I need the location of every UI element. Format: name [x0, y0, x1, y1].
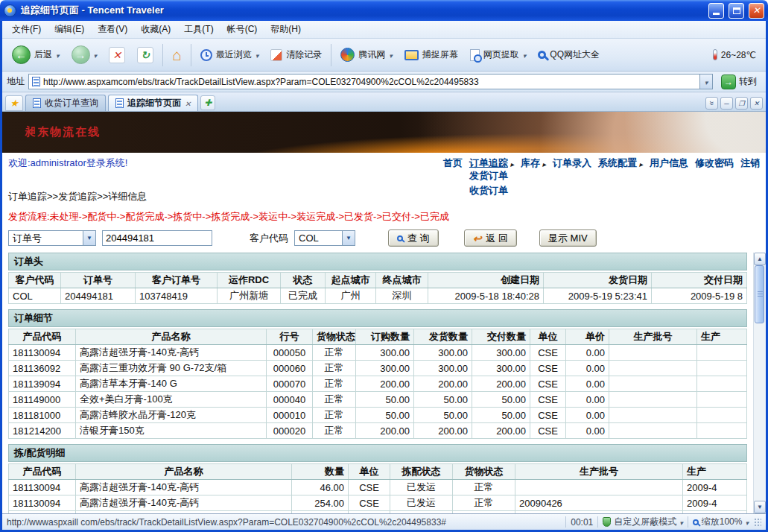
table-cell — [697, 376, 747, 392]
tencent-site-button[interactable]: 腾讯网 — [335, 45, 398, 65]
column-header: 拣配状态 — [390, 464, 453, 480]
scrollbar-thumb[interactable] — [755, 265, 764, 323]
menu-help[interactable]: 帮助(H) — [264, 21, 308, 38]
scrollbar-track[interactable] — [754, 265, 766, 501]
order-number-input[interactable] — [102, 230, 212, 246]
column-header: 生产批号 — [609, 329, 697, 345]
menu-file[interactable]: 文件(F) — [5, 21, 48, 38]
nav-user-info[interactable]: 用户信息 — [650, 156, 688, 170]
stop-button[interactable] — [104, 44, 130, 66]
maximize-button[interactable] — [729, 3, 744, 19]
page-extract-button[interactable]: 网页提取 — [465, 45, 532, 64]
order-field-select[interactable]: 订单号 — [8, 230, 96, 246]
vertical-scrollbar[interactable] — [753, 253, 766, 513]
table-cell: 洁银牙膏150克 — [76, 423, 267, 439]
title-bar: 追踪细节页面 - Tencent Traveler — [0, 0, 768, 21]
tab-restore-button[interactable] — [735, 97, 748, 110]
search-button[interactable]: 查 询 — [388, 229, 439, 247]
block-mode-dropdown-icon[interactable] — [679, 517, 683, 528]
address-dropdown-button[interactable] — [699, 75, 712, 89]
tab-track-detail[interactable]: 追踪细节页面 — [108, 95, 198, 111]
nav-inventory[interactable]: 库存 — [521, 156, 546, 170]
welcome-text: 欢迎:administrator登录系统! — [8, 156, 127, 170]
table-cell: 2009-5-19 5:23:41 — [544, 288, 652, 304]
minimize-button[interactable] — [708, 3, 724, 19]
back-dropdown-icon[interactable] — [56, 50, 60, 60]
capture-screen-button[interactable]: 捕捉屏幕 — [399, 45, 463, 64]
table-cell: 0.00 — [566, 376, 609, 392]
submenu-item-shipping-orders[interactable]: 发货订单 — [469, 169, 508, 183]
go-button[interactable]: 转到 — [717, 73, 761, 91]
recent-dropdown-icon[interactable] — [256, 50, 259, 60]
zoom-control[interactable]: 缩放100% — [693, 516, 749, 528]
menu-edit[interactable]: 编辑(E) — [48, 21, 91, 38]
table-cell: 正常 — [313, 345, 356, 361]
clear-history-button[interactable]: 清除记录 — [265, 45, 327, 64]
menu-favorites[interactable]: 收藏(A) — [134, 21, 177, 38]
return-button[interactable]: 返 回 — [464, 229, 517, 247]
table-cell: 204494181 — [61, 288, 136, 304]
table-cell: 0.00 — [566, 361, 609, 376]
scroll-up-button[interactable] — [754, 253, 766, 265]
table-cell: COL — [9, 288, 61, 304]
refresh-button[interactable] — [132, 44, 159, 66]
table-cell: 2009-5-18 18:40:28 — [428, 288, 544, 304]
table-cell: 200.00 — [356, 423, 414, 439]
address-field[interactable]: http://www.aspxamcom/ebs/track/TrackDeta… — [28, 74, 713, 89]
table-cell: 000060 — [267, 361, 313, 376]
tab-minimize-button[interactable] — [720, 97, 733, 110]
new-tab-button[interactable] — [200, 95, 215, 110]
nav-order-entry[interactable]: 订单录入 — [553, 156, 591, 170]
resize-grip[interactable] — [755, 519, 761, 526]
table-cell: 0.00 — [566, 392, 609, 408]
forward-dropdown-icon[interactable] — [94, 50, 98, 60]
table-cell: 300.00 — [356, 345, 414, 361]
back-button[interactable]: 后退 — [7, 42, 65, 67]
table-row: 181130094高露洁超强牙膏-140克-高钙46.00CSE已发运正常200… — [9, 480, 747, 495]
show-miv-button[interactable]: 显示 MIV — [539, 229, 597, 247]
table-cell: 181139094 — [9, 376, 76, 392]
column-header: 数量 — [292, 464, 349, 480]
block-mode-button[interactable]: 自定义屏蔽模式 — [603, 516, 683, 528]
close-button[interactable] — [749, 3, 764, 19]
tab-bar: 收货订单查询 追踪细节页面 — [2, 92, 766, 112]
submenu-item-receiving-orders[interactable]: 收货订单 — [469, 184, 508, 197]
customer-code-select[interactable]: COL — [294, 230, 355, 246]
home-button[interactable] — [167, 44, 187, 66]
address-url[interactable]: http://www.aspxamcom/ebs/track/TrackDeta… — [40, 77, 699, 87]
qq-sites-button[interactable]: QQ网址大全 — [533, 45, 605, 64]
customer-code-label: 客户代码 — [250, 232, 288, 245]
forward-button[interactable] — [66, 42, 103, 67]
tab-list-button[interactable] — [705, 97, 718, 110]
select-arrow-icon — [83, 231, 95, 245]
favorites-button[interactable] — [5, 95, 23, 111]
table-cell: 181181000 — [9, 408, 76, 423]
nav-home[interactable]: 首页 — [443, 156, 463, 170]
zoom-dropdown-icon[interactable] — [745, 517, 749, 528]
tab-close-icon[interactable] — [185, 98, 191, 109]
column-header: 运作RDC — [218, 273, 281, 288]
section-order-detail: 订单细节 — [8, 309, 747, 327]
globe-icon — [340, 48, 355, 62]
recent-history-button[interactable]: 最近浏览 — [195, 45, 264, 64]
nav-change-password[interactable]: 修改密码 — [695, 156, 734, 170]
select-arrow-icon — [342, 231, 355, 245]
menu-account[interactable]: 帐号(C) — [220, 21, 264, 38]
menu-tools[interactable]: 工具(T) — [177, 21, 220, 38]
table-cell — [609, 423, 697, 439]
nav-logout[interactable]: 注销 — [740, 156, 760, 170]
table-cell: 000070 — [267, 376, 313, 392]
order-tracking-submenu: 发货订单 收货订单 — [469, 169, 508, 197]
extract-dropdown-icon[interactable] — [523, 50, 527, 60]
tab-strip-close-button[interactable] — [750, 97, 763, 110]
menu-view[interactable]: 查看(V) — [91, 21, 134, 38]
tab-favicon — [115, 98, 124, 108]
nav-system-config[interactable]: 系统配置 — [598, 156, 643, 170]
nav-order-tracking[interactable]: 订单追踪 发货订单 收货订单 — [469, 156, 514, 170]
tencent-dropdown-icon[interactable] — [389, 50, 393, 60]
tab-receive-order-query[interactable]: 收货订单查询 — [25, 95, 106, 111]
table-cell — [609, 376, 697, 392]
scroll-down-button[interactable] — [754, 501, 766, 513]
status-separator — [565, 516, 566, 528]
weather-widget[interactable]: 26~28℃ — [708, 46, 761, 63]
